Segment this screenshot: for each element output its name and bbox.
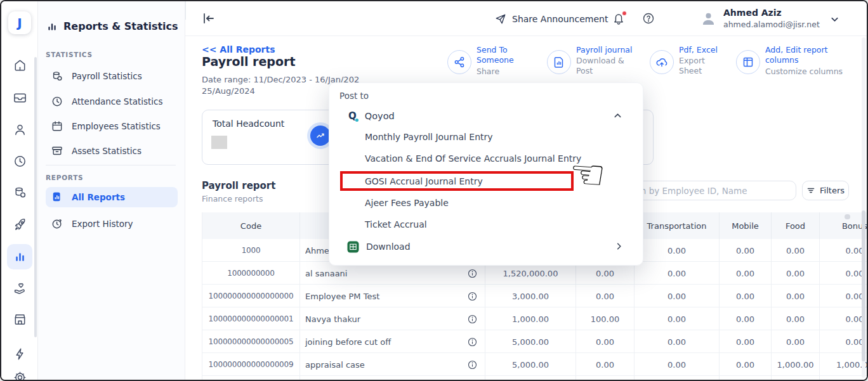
post-menu-item[interactable]: Vacation & End Of Service Accruals Journ… [365, 153, 581, 164]
page-scrollbar-thumb[interactable] [862, 210, 865, 361]
user-info[interactable]: Ahmed Aziz ahmed.alamodi@jisr.net [723, 7, 820, 30]
user-name: Ahmed Aziz [723, 7, 820, 19]
info-icon[interactable] [468, 314, 477, 324]
jisr-logo[interactable]: J [8, 11, 31, 34]
chevron-up-icon[interactable] [613, 111, 622, 123]
sidebar-item-label: All Reports [72, 192, 125, 202]
sidebar-item-attendance-statistics[interactable]: Attendance Statistics [46, 90, 178, 113]
table-cell: 0.00 [720, 353, 772, 376]
table-cell: 0.00 [635, 262, 720, 285]
collapse-sidebar-button[interactable] [201, 11, 216, 26]
table-cell: 5,000.00 [485, 353, 576, 376]
payroll-icon[interactable] [7, 179, 32, 205]
automation-icon[interactable] [7, 341, 32, 366]
paper-plane-icon [495, 13, 506, 25]
export-sheet-action[interactable] [650, 50, 674, 74]
post-menu-item[interactable]: Ajeer Fees Payable [365, 198, 449, 208]
table-cell: 1,000.00 [772, 353, 820, 376]
table-cell [485, 376, 576, 380]
settings-icon[interactable] [7, 365, 32, 381]
export-sheet-sublabel: Export Sheet [679, 56, 721, 77]
table-cell: 0.00 [720, 307, 772, 330]
loading-skeleton [211, 136, 227, 149]
marketplace-icon[interactable] [7, 306, 32, 332]
table-cell: 0.00 [772, 262, 820, 285]
table-row[interactable] [202, 376, 867, 380]
sidebar-item-export-history[interactable]: Export History [46, 212, 178, 235]
attendance-statistics-icon [51, 95, 63, 108]
table-cell: 0.00 [820, 307, 867, 330]
table-column-header[interactable]: Food [772, 212, 820, 239]
benefits-icon[interactable] [7, 275, 32, 300]
reports-icon[interactable] [7, 244, 32, 269]
employee-name: al sanaani [305, 269, 347, 278]
home-icon[interactable] [7, 52, 32, 77]
table-column-header[interactable]: Transportation [635, 212, 720, 239]
employees-icon[interactable] [7, 117, 32, 142]
table-column-header[interactable]: Bonus [820, 212, 867, 239]
chevron-right-icon[interactable] [614, 242, 624, 254]
sidebar-item-label: Attendance Statistics [72, 96, 163, 107]
employee-name-cell [300, 376, 485, 380]
sidebar-item-assets-statistics[interactable]: Assets Statistics [46, 139, 178, 162]
post-to-label: Post to [339, 91, 369, 101]
table-cell: 0.00 [635, 307, 720, 330]
filters-button[interactable]: Filters [802, 181, 849, 200]
table-cell [576, 376, 635, 380]
payroll-journal-icon[interactable] [547, 50, 571, 74]
section-label-statistics: STATISTICS [46, 51, 93, 58]
table-column-header[interactable]: Mobile [720, 212, 772, 239]
info-icon[interactable] [468, 292, 477, 301]
employee-name: appraisal case [305, 360, 365, 370]
post-menu-item[interactable]: Monthly Payroll Journal Entry [365, 132, 493, 142]
qoyod-label: Qoyod [365, 111, 395, 121]
performance-icon[interactable] [7, 212, 32, 237]
table-cell: 100000000000000000 [202, 285, 300, 307]
download-menu-item[interactable]: Download [347, 238, 411, 255]
table-cell: 0.00 [772, 330, 820, 353]
table-section-subtitle: Finance reports [202, 194, 263, 203]
qoyod-provider-row[interactable]: Q Qoyod [348, 107, 395, 125]
topbar: Share Announcement Ahmed Aziz ahmed.alam… [185, 1, 867, 36]
export-history-icon [51, 217, 63, 230]
add-edit-columns-label: Add, Edit report columns [765, 45, 836, 66]
user-menu-chevron-down-icon[interactable] [830, 15, 839, 24]
customize-columns-action[interactable] [736, 50, 760, 74]
info-icon[interactable] [468, 269, 477, 278]
column-resize-handle[interactable] [845, 214, 850, 219]
employee-name: Ahme [305, 246, 329, 255]
table-column-header[interactable]: Code [202, 212, 300, 239]
table-row[interactable]: 100000000000000000Employee PM Test3,000.… [202, 285, 867, 307]
customize-columns-icon[interactable] [736, 50, 760, 74]
table-cell: 100000000000000009 [202, 353, 300, 376]
table-cell: 0.00 [635, 239, 720, 262]
sidebar-header: Reports & Statistics [47, 20, 178, 32]
share-icon[interactable] [447, 50, 471, 74]
user-avatar[interactable] [700, 11, 716, 27]
time-icon[interactable] [7, 148, 32, 174]
table-cell: 0.00 [772, 307, 820, 330]
table-cell: 0.00 [635, 353, 720, 376]
sidebar-item-payroll-statistics[interactable]: Payroll Statistics [46, 65, 178, 87]
help-icon[interactable] [641, 11, 655, 25]
sidebar-item-all-reports[interactable]: All Reports [46, 187, 178, 207]
table-row[interactable]: 100000000000000005joining before cut off… [202, 330, 867, 353]
info-icon[interactable] [468, 337, 477, 347]
export-sheet-icon[interactable] [650, 50, 674, 74]
topbar-divider [185, 1, 186, 20]
inbox-icon[interactable] [7, 85, 32, 110]
page-title: Payroll report [202, 55, 295, 68]
payroll-journal-action[interactable] [547, 50, 571, 74]
post-menu-item[interactable]: Ticket Accrual [365, 219, 427, 229]
table-row[interactable]: 100000000000000001Navya thakur1,000.0010… [202, 307, 867, 330]
total-headcount-card[interactable]: Total Headcount [202, 110, 336, 165]
table-row[interactable]: 100000000000000009appraisal case5,000.00… [202, 353, 867, 376]
rail-scrollbar[interactable] [34, 57, 37, 337]
employee-name: Navya thakur [305, 314, 360, 324]
send-to-someone-action[interactable] [447, 50, 471, 74]
share-announcement-button[interactable]: Share Announcement [495, 1, 608, 36]
sidebar-item-employees-statistics[interactable]: Employees Statistics [46, 115, 178, 138]
table-cell: 5,000.00 [485, 330, 576, 353]
back-to-all-reports-link[interactable]: << All Reports [202, 44, 275, 55]
info-icon[interactable] [468, 360, 477, 370]
